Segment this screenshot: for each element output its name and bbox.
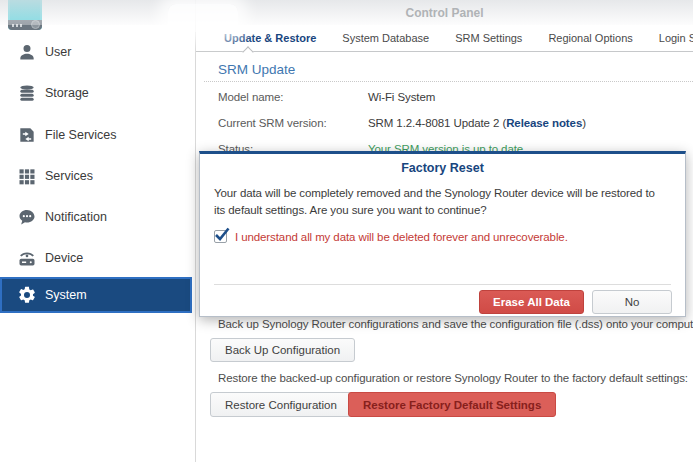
window-title: Control Panel bbox=[196, 6, 693, 20]
dialog-title: Factory Reset bbox=[200, 161, 685, 175]
release-notes-link[interactable]: Release notes bbox=[506, 117, 582, 129]
sidebar-item-system[interactable]: System bbox=[0, 277, 192, 313]
srm-version-value: SRM 1.2.4-8081 Update 2 (Release notes) bbox=[368, 117, 586, 129]
model-name-label: Model name: bbox=[218, 91, 368, 103]
sidebar-item-label: Services bbox=[45, 169, 93, 183]
no-button[interactable]: No bbox=[592, 290, 672, 314]
services-icon bbox=[17, 166, 39, 186]
sidebar-item-label: System bbox=[45, 288, 87, 302]
tabbar-border bbox=[196, 51, 693, 52]
sidebar-item-label: User bbox=[45, 45, 71, 59]
control-panel-app-icon bbox=[8, 0, 42, 30]
sidebar-item-services[interactable]: Services bbox=[0, 161, 193, 191]
sidebar-item-label: File Services bbox=[45, 128, 117, 142]
sidebar-item-storage[interactable]: Storage bbox=[0, 78, 193, 108]
dialog-body-line1: Your data will be completely removed and… bbox=[214, 187, 655, 199]
dialog-body-line2: its default settings. Are you sure you w… bbox=[214, 204, 486, 216]
srm-version-label: Current SRM version: bbox=[218, 117, 368, 129]
app-icon-knob bbox=[31, 20, 40, 29]
sidebar-item-label: Storage bbox=[45, 86, 89, 100]
factory-reset-dialog: Factory Reset Your data will be complete… bbox=[199, 151, 686, 317]
sidebar-item-label: Notification bbox=[45, 210, 107, 224]
srm-version-text-suffix: ) bbox=[582, 117, 586, 129]
user-icon bbox=[17, 42, 39, 62]
back-up-configuration-button[interactable]: Back Up Configuration bbox=[210, 338, 355, 362]
sidebar-item-file-services[interactable]: File Services bbox=[0, 120, 193, 150]
srm-version-text: SRM 1.2.4-8081 Update 2 ( bbox=[368, 117, 506, 129]
section-divider bbox=[204, 81, 693, 82]
gear-icon bbox=[17, 285, 39, 305]
tab-srm-settings[interactable]: SRM Settings bbox=[442, 32, 535, 44]
sidebar: User Storage File Services bbox=[0, 0, 196, 462]
erase-all-data-button[interactable]: Erase All Data bbox=[479, 290, 584, 314]
restore-description: Restore the backed-up configuration or r… bbox=[218, 372, 688, 384]
dialog-body-text: Your data will be completely removed and… bbox=[214, 185, 675, 219]
tab-system-database[interactable]: System Database bbox=[329, 32, 442, 44]
confirmation-row: I understand all my data will be deleted… bbox=[214, 230, 568, 243]
section-heading-srm-update: SRM Update bbox=[218, 62, 295, 77]
sidebar-item-device[interactable]: Device bbox=[0, 243, 193, 273]
device-icon bbox=[17, 248, 39, 268]
tab-login-style[interactable]: Login Style bbox=[646, 32, 693, 44]
dialog-footer-divider bbox=[214, 284, 671, 285]
notification-icon bbox=[17, 207, 39, 227]
app-icon-dots bbox=[12, 24, 24, 27]
tab-regional-options[interactable]: Regional Options bbox=[535, 32, 645, 44]
file-services-icon bbox=[17, 125, 39, 145]
sidebar-item-label: Device bbox=[45, 251, 83, 265]
sidebar-item-notification[interactable]: Notification bbox=[0, 202, 193, 232]
tabbar: Update & Restore System Database SRM Set… bbox=[196, 25, 693, 51]
dialog-buttons: Erase All Data No bbox=[479, 290, 672, 314]
confirm-checkbox[interactable] bbox=[214, 230, 227, 243]
storage-icon bbox=[17, 83, 39, 103]
restore-factory-default-settings-button[interactable]: Restore Factory Default Settings bbox=[348, 392, 556, 417]
restore-configuration-button[interactable]: Restore Configuration bbox=[210, 392, 352, 417]
tab-update-and-restore[interactable]: Update & Restore bbox=[211, 32, 329, 44]
backup-description: Back up Synology Router configurations a… bbox=[218, 318, 693, 330]
model-name-value: Wi-Fi System bbox=[368, 91, 435, 103]
sidebar-item-user[interactable]: User bbox=[0, 37, 193, 67]
confirm-checkbox-label[interactable]: I understand all my data will be deleted… bbox=[235, 231, 568, 243]
